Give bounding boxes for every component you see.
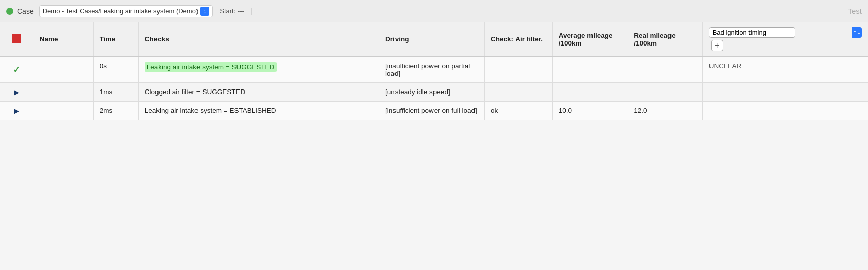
td-driving-1: [insufficient power on partial load] (379, 57, 485, 83)
td-name-2 (33, 83, 93, 102)
td-avg-2 (552, 83, 627, 102)
unclear-label: UNCLEAR (709, 62, 742, 70)
td-driving-3: [insufficient power on full load] (379, 102, 485, 120)
play-icon-2[interactable]: ▶ (14, 88, 19, 96)
th-status (0, 22, 33, 57)
th-extra-inner: Bad ignition timing + (709, 27, 862, 51)
td-status-3: ▶ (0, 102, 33, 120)
th-name: Name (33, 22, 93, 57)
column-dropdown-select[interactable]: Bad ignition timing (709, 27, 795, 38)
table-header-row: Name Time Checks Driving Check: Air filt… (0, 22, 868, 57)
td-real-3: 12.0 (627, 102, 703, 120)
th-avg-mileage: Average mileage /100km (552, 22, 627, 57)
td-name-3 (33, 102, 93, 120)
td-checks-3: Leaking air intake system = ESTABLISHED (138, 102, 379, 120)
start-label: Start: --- (220, 7, 244, 15)
td-time-2: 1ms (93, 83, 138, 102)
check-icon: ✓ (13, 65, 20, 75)
td-extra-2 (702, 83, 868, 102)
th-driving: Driving (379, 22, 485, 57)
table-row: ✓ 0s Leaking air intake system = SUGGEST… (0, 57, 868, 83)
td-status-2: ▶ (0, 83, 33, 102)
td-avg-1 (552, 57, 627, 83)
td-air-3: ok (484, 102, 552, 120)
th-checks: Checks (138, 22, 379, 57)
td-real-2 (627, 83, 703, 102)
td-real-1 (627, 57, 703, 83)
column-dropdown-wrapper[interactable]: Bad ignition timing (709, 27, 862, 38)
td-name-1 (33, 57, 93, 83)
top-bar: Case Demo - Test Cases/Leaking air intak… (0, 0, 868, 22)
play-icon-3[interactable]: ▶ (14, 107, 19, 115)
case-selector-text: Demo - Test Cases/Leaking air intake sys… (43, 7, 199, 15)
case-selector[interactable]: Demo - Test Cases/Leaking air intake sys… (39, 5, 213, 17)
main-table-container: Name Time Checks Driving Check: Air filt… (0, 22, 868, 120)
th-real-mileage: Real mileage /100km (627, 22, 703, 57)
td-air-1 (484, 57, 552, 83)
td-air-2 (484, 83, 552, 102)
td-extra-3 (702, 102, 868, 120)
table-row: ▶ 1ms Clogged air filter = SUGGESTED [un… (0, 83, 868, 102)
td-checks-1: Leaking air intake system = SUGGESTED (138, 57, 379, 83)
th-extra-column: Bad ignition timing + (702, 22, 868, 57)
case-selector-arrow-icon: ↕ (200, 7, 209, 16)
td-checks-2: Clogged air filter = SUGGESTED (138, 83, 379, 102)
red-square-icon[interactable] (12, 34, 21, 43)
td-time-1: 0s (93, 57, 138, 83)
main-table: Name Time Checks Driving Check: Air filt… (0, 22, 868, 120)
add-column-button[interactable]: + (711, 40, 723, 51)
table-row: ▶ 2ms Leaking air intake system = ESTABL… (0, 102, 868, 120)
th-air-filter: Check: Air filter. (484, 22, 552, 57)
separator: | (250, 7, 252, 15)
td-extra-1: UNCLEAR (702, 57, 868, 83)
status-dot (6, 8, 13, 15)
table-body: ✓ 0s Leaking air intake system = SUGGEST… (0, 57, 868, 120)
td-avg-3: 10.0 (552, 102, 627, 120)
th-time: Time (93, 22, 138, 57)
td-status-1: ✓ (0, 57, 33, 83)
td-time-3: 2ms (93, 102, 138, 120)
case-label: Case (17, 7, 34, 15)
td-driving-2: [unsteady idle speed] (379, 83, 485, 102)
checks-highlighted-1: Leaking air intake system = SUGGESTED (145, 62, 277, 72)
test-button[interactable]: Test (848, 7, 862, 15)
